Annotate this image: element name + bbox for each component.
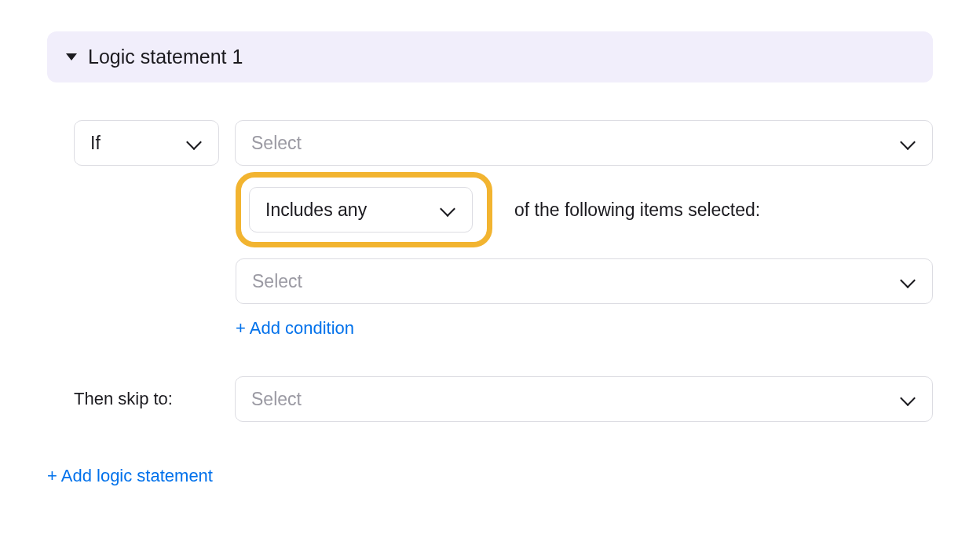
includes-operator-value: Includes any [265,200,367,221]
question-select-placeholder: Select [251,133,302,154]
add-condition-button[interactable]: + Add condition [236,318,354,339]
question-select[interactable]: Select [235,120,933,166]
includes-highlight-box: Includes any [236,172,492,247]
then-row: Then skip to: Select [74,376,933,422]
items-select[interactable]: Select [236,258,933,304]
chevron-down-icon [899,273,916,290]
logic-card: Logic statement 1 If Select Includes any… [0,0,980,553]
then-skip-label: Then skip to: [74,389,219,409]
collapse-triangle-icon [66,53,77,60]
chevron-down-icon [899,390,916,408]
if-operator-value: If [90,133,101,154]
logic-statement-header[interactable]: Logic statement 1 [47,31,933,82]
condition-row-1: If Select [74,120,933,166]
includes-helper-text: of the following items selected: [514,200,760,221]
condition-row-3: Select [236,258,933,304]
condition-row-2: Includes any of the following items sele… [236,172,933,247]
includes-operator-select[interactable]: Includes any [249,187,473,233]
chevron-down-icon [899,134,916,152]
add-logic-statement-button[interactable]: + Add logic statement [47,466,933,486]
if-operator-select[interactable]: If [74,120,219,166]
then-target-placeholder: Select [251,389,302,410]
chevron-down-icon [185,134,203,152]
logic-statement-title: Logic statement 1 [88,46,243,68]
add-condition-row: + Add condition [236,318,933,339]
items-select-placeholder: Select [252,271,302,292]
then-target-select[interactable]: Select [235,376,933,422]
chevron-down-icon [439,201,456,218]
